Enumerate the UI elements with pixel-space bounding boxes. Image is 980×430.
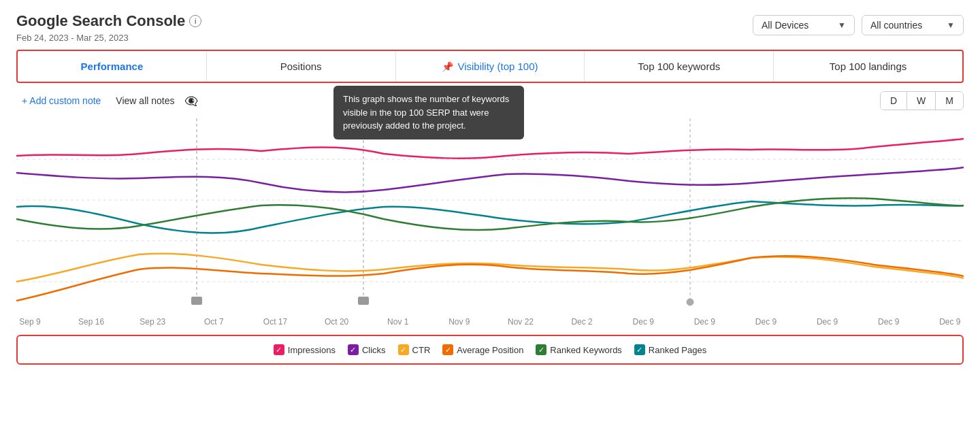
- ctr-check: ✓: [400, 346, 406, 354]
- tabs-container: Performance Positions 📌 Visibility (top …: [16, 50, 964, 83]
- avg-position-check: ✓: [445, 346, 451, 354]
- devices-dropdown-arrow: ▼: [838, 20, 846, 30]
- avg-position-label: Average Position: [457, 345, 523, 355]
- tab-top100keywords-label: Top 100 keywords: [638, 61, 720, 72]
- ranked-pages-checkbox: ✓: [634, 344, 645, 355]
- tab-positions[interactable]: Positions: [207, 51, 396, 82]
- info-icon[interactable]: i: [189, 15, 201, 27]
- tab-visibility-label: Visibility (top 100): [457, 61, 538, 72]
- x-label-dec9f: Dec 9: [936, 317, 964, 327]
- add-note-button[interactable]: + Add custom note: [16, 93, 106, 109]
- x-axis: Sep 9 Sep 16 Sep 23 Oct 7 Oct 17 Oct 20 …: [0, 316, 980, 331]
- legend-container: ✓ Impressions ✓ Clicks ✓ CTR ✓ Average P…: [16, 335, 964, 365]
- legend-ranked-pages[interactable]: ✓ Ranked Pages: [634, 344, 706, 355]
- x-label-dec9c: Dec 9: [753, 317, 780, 327]
- eye-slash-icon[interactable]: 👁‍🗨: [184, 95, 198, 108]
- toolbar: + Add custom note View all notes 👁‍🗨 Thi…: [0, 83, 980, 118]
- tab-top100landings[interactable]: Top 100 landings: [774, 51, 962, 82]
- countries-dropdown-arrow: ▼: [947, 20, 955, 30]
- tab-performance-label: Performance: [81, 61, 144, 72]
- tab-positions-label: Positions: [280, 61, 322, 72]
- x-label-oct7: Oct 7: [200, 317, 227, 327]
- view-notes-button[interactable]: View all notes: [116, 95, 174, 106]
- x-label-dec9a: Dec 9: [630, 317, 657, 327]
- x-label-sep23: Sep 23: [139, 317, 166, 327]
- x-label-oct20: Oct 20: [323, 317, 350, 327]
- svg-rect-7: [358, 297, 369, 305]
- page-title: Google Search Console i: [16, 12, 201, 30]
- legend-impressions[interactable]: ✓ Impressions: [274, 344, 336, 355]
- avg-position-checkbox: ✓: [442, 344, 453, 355]
- day-button[interactable]: D: [881, 92, 907, 110]
- x-label-dec9d: Dec 9: [814, 317, 841, 327]
- x-label-dec2: Dec 2: [568, 317, 595, 327]
- x-label-sep16: Sep 16: [78, 317, 105, 327]
- date-range: Feb 24, 2023 - Mar 25, 2023: [16, 33, 201, 43]
- countries-label: All countries: [870, 20, 922, 31]
- page-header: Google Search Console i Feb 24, 2023 - M…: [0, 0, 980, 50]
- tab-top100landings-label: Top 100 landings: [830, 61, 906, 72]
- x-label-dec9e: Dec 9: [875, 317, 902, 327]
- chart-area: [16, 118, 964, 316]
- svg-rect-5: [191, 297, 202, 305]
- tab-top100keywords[interactable]: Top 100 keywords: [585, 51, 774, 82]
- x-label-dec9b: Dec 9: [691, 317, 718, 327]
- tab-performance[interactable]: Performance: [18, 51, 207, 82]
- ranked-keywords-checkbox: ✓: [536, 344, 546, 355]
- chart-svg: [16, 118, 964, 316]
- tab-visibility[interactable]: 📌 Visibility (top 100): [396, 51, 585, 82]
- x-label-sep9: Sep 9: [16, 317, 44, 327]
- impressions-label: Impressions: [288, 345, 336, 355]
- countries-dropdown[interactable]: All countries ▼: [862, 15, 964, 35]
- legend-ranked-keywords[interactable]: ✓ Ranked Keywords: [536, 344, 622, 355]
- week-button[interactable]: W: [907, 92, 936, 110]
- header-right: All Devices ▼ All countries ▼: [753, 15, 964, 35]
- ranked-keywords-label: Ranked Keywords: [550, 345, 622, 355]
- ranked-keywords-check: ✓: [538, 346, 544, 354]
- add-note-label: + Add custom note: [22, 95, 101, 106]
- clicks-label: Clicks: [362, 345, 386, 355]
- x-label-nov1: Nov 1: [385, 317, 412, 327]
- x-label-nov22: Nov 22: [507, 317, 534, 327]
- legend-avg-position[interactable]: ✓ Average Position: [442, 344, 523, 355]
- impressions-check: ✓: [276, 346, 282, 354]
- clicks-check: ✓: [350, 346, 356, 354]
- ctr-label: CTR: [412, 345, 431, 355]
- view-notes-label: View all notes: [116, 95, 174, 106]
- clicks-checkbox: ✓: [348, 344, 359, 355]
- dwm-group: D W M: [880, 91, 964, 110]
- ranked-pages-label: Ranked Pages: [649, 345, 706, 355]
- title-text: Google Search Console: [16, 12, 185, 30]
- ctr-checkbox: ✓: [398, 344, 409, 355]
- month-button[interactable]: M: [936, 92, 963, 110]
- pin-icon: 📌: [442, 61, 453, 72]
- ranked-pages-check: ✓: [636, 346, 642, 354]
- x-label-oct17: Oct 17: [262, 317, 289, 327]
- impressions-checkbox: ✓: [274, 344, 284, 355]
- devices-dropdown[interactable]: All Devices ▼: [753, 15, 855, 35]
- devices-label: All Devices: [762, 20, 808, 31]
- svg-point-9: [687, 299, 693, 305]
- header-left: Google Search Console i Feb 24, 2023 - M…: [16, 12, 201, 43]
- x-label-nov9: Nov 9: [446, 317, 473, 327]
- legend-ctr[interactable]: ✓ CTR: [398, 344, 431, 355]
- legend-clicks[interactable]: ✓ Clicks: [348, 344, 386, 355]
